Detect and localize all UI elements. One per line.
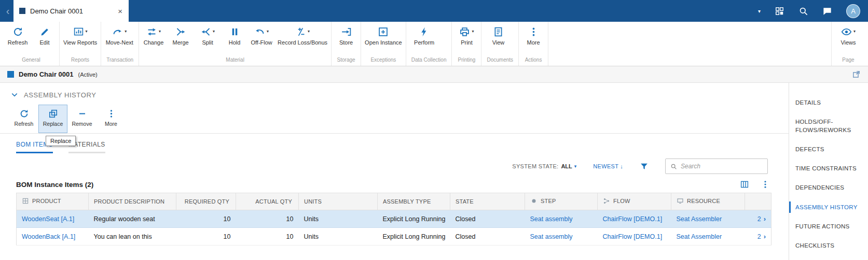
feedback-chat-icon[interactable] [822, 6, 832, 16]
col-step[interactable]: STEP [525, 193, 598, 210]
assembly-history-section-header[interactable]: ASSEMBLY HISTORY [0, 83, 789, 104]
hold-button[interactable]: Hold [221, 22, 248, 55]
state-cell: Closed [450, 228, 525, 245]
tab-close-icon[interactable] [118, 7, 122, 16]
ribbon-group-label: Storage [333, 55, 360, 66]
row-expand-chevron-icon[interactable] [764, 233, 766, 240]
column-chooser-icon[interactable] [740, 180, 749, 189]
row-count: 2 [757, 215, 761, 223]
dropdown-caret-icon [574, 164, 577, 169]
content-panel: ASSEMBLY HISTORY Refresh Replace Remove … [0, 83, 789, 260]
replace-button[interactable]: Replace [38, 105, 67, 133]
ribbon-group-label: Data Collection [407, 55, 451, 66]
col-assembly-type[interactable]: ASSEMBLY TYPE [378, 193, 450, 210]
split-button[interactable]: Split [194, 22, 221, 55]
off-flow-undo-icon [254, 26, 265, 37]
more-list-actions-button[interactable]: More [97, 105, 126, 133]
search-input[interactable] [681, 163, 763, 170]
filter-funnel-icon[interactable] [640, 162, 649, 171]
section-nav-sidebar: DETAILS HOLDS/OFF-FLOWS/REWORKS DEFECTS … [789, 83, 868, 260]
history-back-icon[interactable] [2, 0, 13, 22]
col-required-qty[interactable]: REQUIRED QTY [176, 193, 236, 210]
row-expand-chevron-icon[interactable] [764, 215, 766, 223]
ribbon-group-reports: View Reports Reports [60, 22, 101, 66]
ribbon-group-label: Reports [61, 55, 100, 66]
ribbon-group-exceptions: Open Instance Exceptions [361, 22, 406, 66]
units-cell: Units [299, 228, 378, 245]
sidebar-item-assembly-history[interactable]: ASSEMBLY HISTORY [795, 203, 864, 211]
remove-button[interactable]: Remove [67, 105, 97, 133]
col-product[interactable]: PRODUCT [17, 193, 89, 210]
more-actions-button[interactable]: More [520, 22, 547, 55]
print-button[interactable]: Print [453, 22, 480, 55]
move-next-button[interactable]: Move-Next [102, 22, 136, 55]
store-button[interactable]: Store [333, 22, 360, 55]
step-link[interactable]: Seat assembly [530, 233, 573, 240]
views-button[interactable]: Views [833, 22, 864, 55]
view-reports-button[interactable]: View Reports [61, 22, 100, 55]
expand-panel-icon[interactable] [852, 70, 861, 79]
col-resource[interactable]: RESOURCE [671, 193, 745, 210]
col-flow[interactable]: FLOW [598, 193, 671, 210]
edit-button[interactable]: Edit [31, 22, 58, 55]
view-documents-button[interactable]: View [483, 22, 514, 55]
sidebar-item-time-constraints[interactable]: TIME CONSTRAINTS [795, 164, 864, 172]
ribbon-group-printing: Print Printing [452, 22, 481, 66]
sidebar-item-dependencies[interactable]: DEPENDENCIES [795, 183, 864, 192]
assembly-history-toolbar: Refresh Replace Remove More Replace [0, 104, 789, 134]
col-state[interactable]: STATE [450, 193, 525, 210]
refresh-list-button[interactable]: Refresh [9, 105, 38, 133]
units-cell: Units [299, 210, 378, 228]
kebab-dots-icon [106, 109, 116, 119]
step-link[interactable]: Seat assembly [530, 215, 573, 223]
hold-pause-icon [229, 26, 240, 37]
ribbon-group-label: Actions [520, 55, 547, 66]
resource-link[interactable]: Seat Assembler [677, 233, 722, 240]
eye-icon [841, 26, 852, 37]
refresh-icon [19, 109, 29, 119]
scan-kiosk-icon[interactable] [775, 6, 784, 16]
sidebar-item-holds-offflows-reworks[interactable]: HOLDS/OFF-FLOWS/REWORKS [795, 118, 864, 134]
entity-tab[interactable]: Demo Chair 0001 [13, 0, 129, 22]
sidebar-item-future-actions[interactable]: FUTURE ACTIONS [795, 222, 864, 230]
ribbon-group-label: Exceptions [362, 55, 405, 66]
perform-button[interactable]: Perform [407, 22, 442, 55]
table-more-kebab-icon[interactable] [761, 180, 770, 189]
col-product-description[interactable]: PRODUCT DESCRIPTION [89, 193, 176, 210]
ribbon-group-label: Printing [453, 55, 480, 66]
search-box [665, 158, 768, 174]
off-flow-button[interactable]: Off-Flow [248, 22, 275, 55]
topbar-dropdown-caret-icon[interactable] [758, 8, 761, 14]
resource-link[interactable]: Seat Assembler [677, 215, 722, 223]
col-actual-qty[interactable]: ACTUAL QTY [236, 193, 299, 210]
actual-qty-cell: 10 [236, 210, 299, 228]
dropdown-caret-icon [213, 30, 215, 34]
sidebar-item-details[interactable]: DETAILS [795, 98, 864, 107]
ribbon-group-material: Change Merge Split Hold Off-Flow Record … [139, 22, 332, 66]
flow-link[interactable]: ChairFlow [DEMO.1] [603, 233, 663, 240]
sidebar-item-defects[interactable]: DEFECTS [795, 145, 864, 153]
ribbon-toolbar: Refresh Edit General View Reports Report… [0, 22, 868, 66]
change-button[interactable]: Change [140, 22, 167, 55]
refresh-button[interactable]: Refresh [4, 22, 31, 55]
flow-link[interactable]: ChairFlow [DEMO.1] [603, 215, 663, 223]
global-search-icon[interactable] [798, 6, 808, 16]
sort-desc-arrow-icon: ↓ [620, 163, 623, 169]
record-loss-bonus-button[interactable]: Record Loss/Bonus [275, 22, 330, 55]
system-state-filter[interactable]: SYSTEM STATE: ALL [512, 163, 576, 169]
ribbon-group-page: Views Page [831, 22, 865, 66]
sidebar-item-checklists[interactable]: CHECKLISTS [795, 241, 864, 250]
ribbon-group-label: General [4, 55, 58, 66]
tab-strip: BOM ITEMS MATERIALS [0, 134, 789, 153]
table-row[interactable]: WoodenSeat [A.1] Regular wooden seat 10 … [17, 210, 771, 228]
refresh-icon [12, 26, 23, 37]
user-avatar[interactable]: A [846, 4, 860, 18]
product-link[interactable]: WoodenSeat [A.1] [22, 215, 74, 223]
open-instance-button[interactable]: Open Instance [362, 22, 405, 55]
col-units[interactable]: UNITS [299, 193, 378, 210]
product-link[interactable]: WoodenBack [A.1] [22, 233, 75, 240]
resource-machine-icon [677, 197, 684, 206]
table-row[interactable]: WoodenBack [A.1] You can lean on this 10… [17, 228, 771, 245]
sort-control[interactable]: NEWEST ↓ [593, 163, 623, 169]
merge-button[interactable]: Merge [167, 22, 194, 55]
